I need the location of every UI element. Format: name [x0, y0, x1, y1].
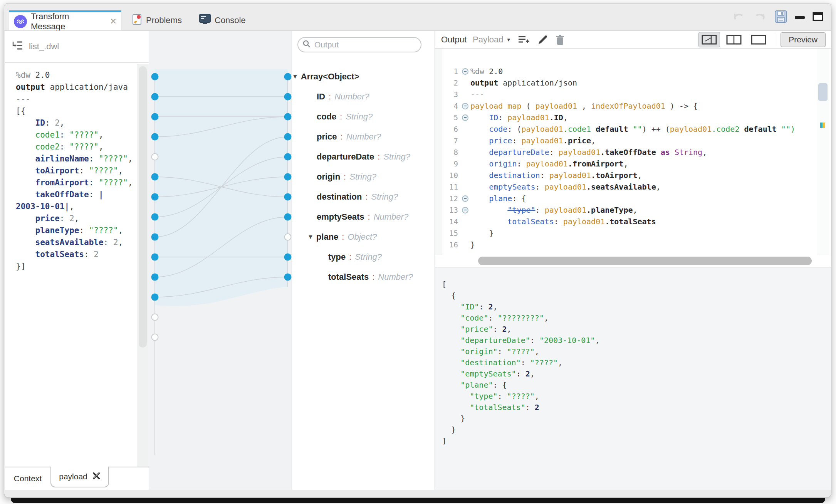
mapping-dot-empty[interactable]: [152, 154, 158, 160]
mapping-dot-empty[interactable]: [152, 314, 158, 321]
code-token: [442, 302, 460, 311]
tree-row[interactable]: code:String?: [292, 107, 435, 127]
code-token: }: [442, 414, 465, 423]
tree-row[interactable]: ▼plane:Object?: [292, 227, 435, 247]
tab-console[interactable]: Console: [199, 10, 246, 30]
input-code-editor[interactable]: %dw 2.0output application/java---[{ ID: …: [5, 64, 136, 467]
source-dropdown-icon[interactable]: ▾: [507, 36, 510, 43]
fold-icon[interactable]: [460, 195, 470, 202]
mapping-dot[interactable]: [284, 73, 292, 81]
fold-icon[interactable]: [460, 68, 470, 75]
caret-down-icon[interactable]: ▼: [292, 73, 298, 80]
tab-transform-message[interactable]: Transform Message ×: [9, 10, 121, 30]
tab-payload[interactable]: payload: [50, 467, 109, 487]
tab-close-icon[interactable]: ×: [110, 16, 116, 27]
mapping-dot-empty[interactable]: [152, 334, 158, 341]
mapping-dot[interactable]: [284, 133, 292, 141]
mapping-dot[interactable]: [151, 213, 159, 221]
collapse-icon[interactable]: [462, 207, 468, 213]
tree-key: destination: [317, 192, 362, 202]
mapping-dot[interactable]: [151, 73, 159, 81]
mapping-dot[interactable]: [151, 254, 159, 261]
mapping-dot[interactable]: [284, 173, 292, 181]
mapping-dot[interactable]: [151, 274, 159, 281]
mapping-canvas: [149, 31, 292, 490]
redo-button[interactable]: [753, 11, 767, 24]
mapping-dot[interactable]: [151, 113, 159, 121]
scrollbar-thumb[interactable]: [139, 66, 147, 348]
fold-icon[interactable]: [460, 207, 470, 213]
mapping-dot-empty[interactable]: [285, 234, 291, 240]
overview-ruler[interactable]: [817, 49, 829, 255]
maximize-button[interactable]: [812, 12, 823, 23]
minimize-button[interactable]: [795, 16, 805, 19]
overview-thumb[interactable]: [818, 83, 828, 101]
dataweave-editor[interactable]: 1%dw 2.02output application/json3---4pay…: [435, 49, 831, 255]
code-token: [628, 124, 633, 134]
code-token: 2: [525, 369, 530, 378]
tree-row[interactable]: ▼Array<Object>: [292, 67, 435, 87]
collapse-icon[interactable]: [462, 68, 468, 75]
add-target-button[interactable]: [518, 35, 530, 45]
mapping-dot[interactable]: [151, 133, 159, 141]
collapse-icon[interactable]: [462, 114, 468, 121]
view-toggle-split[interactable]: [723, 32, 745, 47]
mapping-dot[interactable]: [151, 173, 159, 181]
mapping-dot[interactable]: [284, 113, 292, 121]
input-scrollbar[interactable]: [137, 64, 149, 467]
edit-button[interactable]: [538, 35, 548, 45]
tree-row[interactable]: ID:Number?: [292, 87, 435, 107]
mapping-dot[interactable]: [284, 93, 292, 101]
fold-icon[interactable]: [460, 114, 470, 121]
mapping-dot[interactable]: [151, 294, 159, 301]
code-token: :: [530, 336, 539, 345]
preview-line: }: [442, 413, 831, 424]
undo-button[interactable]: [732, 11, 745, 24]
code-token: :: [549, 148, 559, 157]
collapse-icon[interactable]: [462, 195, 468, 202]
mapping-dot[interactable]: [151, 234, 159, 241]
tab-problems[interactable]: Problems: [132, 10, 182, 30]
source-selector[interactable]: Payload: [473, 35, 504, 45]
mapping-dot[interactable]: [284, 193, 292, 201]
tree-row[interactable]: emptySeats:Number?: [292, 207, 435, 227]
tree-row[interactable]: price:Number?: [292, 127, 435, 147]
tree-row[interactable]: departureDate:String?: [292, 147, 435, 167]
collapse-icon[interactable]: [462, 103, 468, 109]
preview-button[interactable]: Preview: [781, 32, 826, 47]
mapping-dot[interactable]: [284, 254, 292, 261]
tree-row[interactable]: origin:String?: [292, 167, 435, 187]
tree-colon: :: [341, 132, 343, 142]
scrollbar-thumb[interactable]: [478, 257, 812, 265]
tree-row[interactable]: destination:String?: [292, 187, 435, 207]
tree-row[interactable]: type:String?: [292, 247, 435, 267]
view-toggle-graphical[interactable]: [698, 32, 720, 47]
mapping-dot[interactable]: [151, 193, 159, 201]
code-token: "????": [507, 347, 535, 356]
code-token: takeOffDate: [35, 190, 89, 199]
view-toggle-single[interactable]: [748, 32, 769, 47]
preview-line: "code": "????????",: [442, 312, 831, 324]
fold-icon[interactable]: [460, 103, 470, 109]
delete-button[interactable]: [556, 34, 565, 45]
line-number: 15: [442, 229, 460, 237]
tab-context[interactable]: Context: [5, 467, 50, 490]
overview-marker: [820, 123, 825, 128]
preview-line: "price": 2,: [442, 324, 831, 335]
code-token: ,: [118, 226, 123, 235]
mapping-dot[interactable]: [284, 153, 292, 161]
code-token: ,: [563, 113, 568, 122]
save-button[interactable]: [775, 10, 787, 24]
editor-horizontal-scrollbar[interactable]: [435, 255, 831, 267]
code-token: default: [744, 124, 777, 134]
code-token: :: [79, 166, 89, 175]
line-number: 8: [442, 148, 460, 156]
code-token: [{: [16, 106, 25, 116]
caret-down-icon[interactable]: ▼: [307, 234, 314, 240]
code-token: price: [489, 136, 512, 145]
editor-code-text: plane: {: [470, 193, 526, 204]
tree-row[interactable]: totalSeats:Number?: [292, 267, 435, 287]
mapping-dot[interactable]: [151, 93, 159, 101]
mapping-dot[interactable]: [284, 213, 292, 221]
mapping-dot[interactable]: [284, 274, 292, 281]
